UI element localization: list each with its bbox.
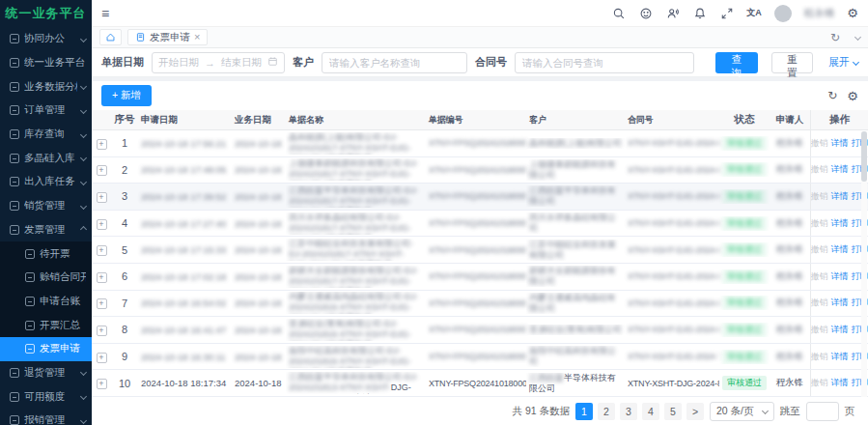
contract-icon (25, 272, 35, 282)
row-expand-button[interactable]: + (97, 165, 107, 176)
cell-applicant: 程永锋 (770, 243, 810, 256)
page-button-3[interactable]: 3 (620, 403, 637, 420)
table-row: + 10 2024-10-18 18:17:34 2024-10-18 江西皓盟… (92, 370, 868, 397)
sidebar-item-orders[interactable]: 订单管理 (0, 99, 92, 123)
fullscreen-icon[interactable] (719, 6, 734, 20)
cell-biz-date: 2024-10-18 (232, 164, 286, 175)
expand-filters-link[interactable]: 展开 (828, 55, 858, 70)
sidebar-item-quota[interactable]: 可用额度 (0, 384, 92, 409)
row-op-revoke-link[interactable]: 撤销 (811, 270, 828, 283)
row-op-detail-link[interactable]: 详情 (831, 270, 849, 283)
cell-biz-date: 2024-10-18 (232, 298, 286, 308)
jump-page-input[interactable] (806, 402, 839, 421)
cell-doc-name: 新疆大全新能源股份有限公司-DJ-2024101817-XTNY-XSHT-DJ… (286, 266, 426, 288)
cell-apply-date: 2024-10-18 17:56:21 (138, 138, 232, 149)
sidebar-item-invoice-apply[interactable]: 发票申请 (0, 337, 92, 361)
search-icon[interactable] (611, 6, 626, 20)
contract-input[interactable] (515, 52, 694, 73)
page-button-4[interactable]: 4 (642, 403, 659, 420)
cell-apply-date: 2024-10-18 16:41:47 (138, 325, 232, 335)
add-button[interactable]: + 新增 (101, 85, 152, 106)
page-size-select[interactable]: 20 条/页 (710, 402, 774, 421)
sidebar-item-platform[interactable]: 统一业务平台 (0, 51, 92, 75)
page-button-1[interactable]: 1 (575, 403, 593, 420)
date-range-picker[interactable]: 开始日期 → 结束日期 (152, 52, 285, 73)
settings-gear-icon[interactable]: ⚙ (847, 7, 858, 19)
avatar[interactable] (774, 5, 792, 22)
sidebar-item-inventory[interactable]: 库存查询 (0, 123, 92, 147)
column-settings-gear-icon[interactable]: ⚙ (847, 90, 858, 102)
row-op-detail-link[interactable]: 详情 (831, 377, 849, 389)
row-op-revoke-link[interactable]: 撤销 (811, 351, 828, 363)
row-expand-button[interactable]: + (97, 272, 107, 283)
row-op-detail-link[interactable]: 详情 (831, 217, 849, 230)
sidebar-item-pending-invoice[interactable]: 待开票 (0, 241, 92, 266)
row-op-detail-link[interactable]: 详情 (831, 324, 849, 336)
row-op-detail-link[interactable]: 详情 (831, 243, 849, 256)
chevron-down-icon (80, 417, 87, 424)
row-op-revoke-link[interactable]: 撤销 (811, 163, 828, 176)
invoice-icon (10, 225, 19, 235)
row-expand-button[interactable]: + (97, 219, 107, 230)
bell-icon[interactable] (692, 6, 707, 20)
next-page-button[interactable]: > (686, 403, 704, 420)
sidebar-item-expense[interactable]: 报销管理 (0, 409, 92, 425)
row-expand-button[interactable]: + (97, 298, 107, 309)
row-expand-button[interactable]: + (97, 379, 107, 389)
tab-invoice-apply[interactable]: 发票申请 × (127, 29, 208, 45)
sidebar-item-apply-ledger[interactable]: 申请台账 (0, 290, 92, 314)
sidebar-item-invoice[interactable]: 发票管理 (0, 218, 92, 242)
row-expand-button[interactable]: + (97, 245, 107, 256)
row-op-revoke-link[interactable]: 撤销 (811, 190, 828, 203)
page-button-5[interactable]: 5 (664, 403, 682, 420)
menu-collapse-icon[interactable]: ≡ (101, 7, 109, 20)
sidebar-item-credit-contract-invoice[interactable]: 赊销合同开票 (0, 266, 92, 290)
sidebar: 统一业务平台 协同办公 统一业务平台 业务数据分析 订单管理 库存查询 多晶硅入… (0, 0, 92, 425)
tabs-refresh-icon[interactable]: ↻ (830, 32, 840, 43)
row-op-detail-link[interactable]: 详情 (831, 351, 849, 363)
reset-button[interactable]: 重 置 (771, 52, 813, 73)
customer-input[interactable] (322, 52, 467, 73)
row-expand-button[interactable]: + (97, 353, 107, 363)
column-header: 业务日期 (232, 114, 286, 127)
row-op-detail-link[interactable]: 详情 (831, 190, 849, 203)
row-op-revoke-link[interactable]: 撤销 (811, 137, 828, 150)
page-button-2[interactable]: 2 (598, 403, 615, 420)
grid-icon (10, 58, 19, 68)
row-expand-button[interactable]: + (97, 192, 107, 203)
row-op-revoke-link[interactable]: 撤销 (811, 217, 828, 230)
sidebar-item-analysis[interactable]: 业务数据分析 (0, 74, 92, 99)
status-badge: 审核通过 (722, 376, 767, 390)
scrollbar-thumb[interactable] (861, 131, 867, 182)
row-op-revoke-link[interactable]: 撤销 (811, 297, 828, 309)
row-expand-button[interactable]: + (97, 326, 107, 336)
user-voice-icon[interactable] (665, 6, 680, 20)
row-expand-button[interactable]: + (97, 139, 107, 150)
row-op-revoke-link[interactable]: 撤销 (811, 377, 828, 389)
sidebar-item-collaboration[interactable]: 协同办公 (0, 27, 92, 51)
sidebar-item-sales[interactable]: 销货管理 (0, 194, 92, 218)
row-op-detail-link[interactable]: 详情 (831, 137, 849, 150)
sidebar-item-warehouse-tasks[interactable]: 出入库任务 (0, 170, 92, 194)
tab-close-icon[interactable]: × (194, 32, 200, 42)
chevron-down-icon (80, 393, 87, 400)
row-op-detail-link[interactable]: 详情 (831, 297, 849, 309)
sidebar-item-polysilicon-in[interactable]: 多晶硅入库 (0, 146, 92, 170)
cell-status: 审核通过 (719, 242, 770, 257)
row-op-detail-link[interactable]: 详情 (831, 163, 849, 176)
sidebar-item-invoice-summary[interactable]: 开票汇总 (0, 313, 92, 337)
sidebar-item-returns[interactable]: 退货管理 (0, 361, 92, 385)
pagination: 共 91 条数据 12345> 20 条/页 跳至 页 (92, 397, 868, 425)
table-refresh-icon[interactable]: ↻ (827, 90, 837, 101)
search-button[interactable]: 查 询 (715, 52, 757, 73)
row-op-revoke-link[interactable]: 撤销 (811, 324, 828, 336)
smiley-icon[interactable] (638, 6, 653, 20)
toolbar-tools: ↻ ⚙ (827, 90, 858, 102)
tab-home[interactable] (99, 29, 122, 45)
translate-icon[interactable]: 文A (746, 7, 762, 19)
ledger-icon (25, 297, 35, 306)
tabs-menu-chevron-icon[interactable] (854, 34, 861, 41)
cell-operations: 撤销详情打印 (810, 291, 868, 317)
row-op-revoke-link[interactable]: 撤销 (811, 243, 828, 256)
vertical-scrollbar[interactable] (861, 131, 867, 397)
